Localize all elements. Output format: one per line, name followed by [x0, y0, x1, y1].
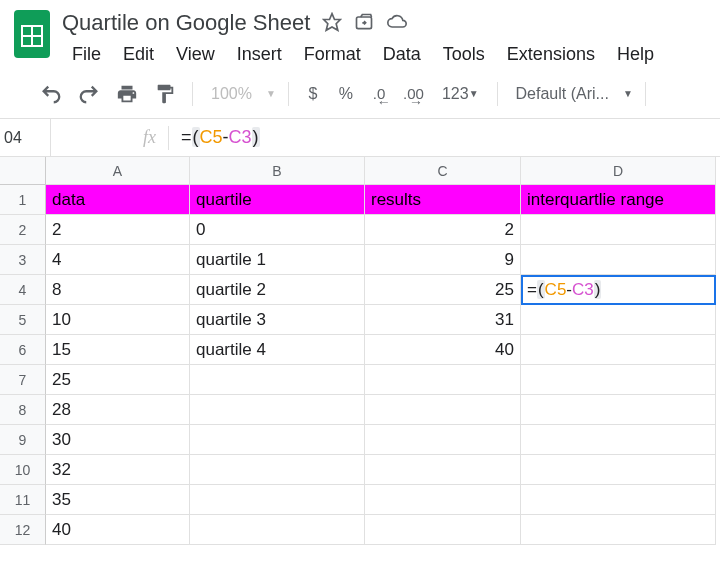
cell-D5[interactable]: [521, 305, 716, 335]
row-header[interactable]: 7: [0, 365, 46, 395]
undo-icon[interactable]: [36, 80, 66, 108]
cell-C10[interactable]: [365, 455, 521, 485]
format-percent[interactable]: %: [333, 80, 359, 108]
cell-C8[interactable]: [365, 395, 521, 425]
move-icon[interactable]: [354, 12, 374, 35]
cell-A10[interactable]: 32: [46, 455, 190, 485]
formula-input[interactable]: =(C5-C3): [181, 127, 260, 148]
cell-A7[interactable]: 25: [46, 365, 190, 395]
decrease-decimal-icon[interactable]: .0←: [367, 80, 391, 108]
row-header[interactable]: 2: [0, 215, 46, 245]
row-header[interactable]: 12: [0, 515, 46, 545]
menu-data[interactable]: Data: [373, 40, 431, 69]
cell-C2[interactable]: 2: [365, 215, 521, 245]
fx-icon: fx: [143, 127, 156, 148]
font-select[interactable]: Default (Ari...: [510, 85, 615, 103]
menu-bar: File Edit View Insert Format Data Tools …: [62, 36, 708, 69]
cell-D12[interactable]: [521, 515, 716, 545]
cell-B1[interactable]: quartile: [190, 185, 365, 215]
menu-extensions[interactable]: Extensions: [497, 40, 605, 69]
cell-C11[interactable]: [365, 485, 521, 515]
cell-B11[interactable]: [190, 485, 365, 515]
cell-C6[interactable]: 40: [365, 335, 521, 365]
cell-A11[interactable]: 35: [46, 485, 190, 515]
row-header[interactable]: 8: [0, 395, 46, 425]
select-all-corner[interactable]: [0, 157, 46, 185]
cell-C5[interactable]: 31: [365, 305, 521, 335]
cell-A5[interactable]: 10: [46, 305, 190, 335]
row-header[interactable]: 5: [0, 305, 46, 335]
cell-C12[interactable]: [365, 515, 521, 545]
cell-B2[interactable]: 0: [190, 215, 365, 245]
print-icon[interactable]: [112, 80, 142, 108]
spreadsheet-grid[interactable]: A B C D 1 data quartile results interqua…: [0, 157, 720, 545]
cell-D2[interactable]: [521, 215, 716, 245]
cell-A3[interactable]: 4: [46, 245, 190, 275]
row-header[interactable]: 6: [0, 335, 46, 365]
cell-D8[interactable]: [521, 395, 716, 425]
more-formats[interactable]: 123 ▼: [436, 80, 485, 108]
cell-B10[interactable]: [190, 455, 365, 485]
cell-A6[interactable]: 15: [46, 335, 190, 365]
menu-file[interactable]: File: [62, 40, 111, 69]
cell-B5[interactable]: quartile 3: [190, 305, 365, 335]
svg-marker-4: [324, 13, 341, 30]
cell-A1[interactable]: data: [46, 185, 190, 215]
cell-C3[interactable]: 9: [365, 245, 521, 275]
cell-D3[interactable]: [521, 245, 716, 275]
cell-C1[interactable]: results: [365, 185, 521, 215]
row-header[interactable]: 3: [0, 245, 46, 275]
row-header[interactable]: 11: [0, 485, 46, 515]
menu-format[interactable]: Format: [294, 40, 371, 69]
cloud-status-icon[interactable]: [386, 12, 408, 35]
menu-help[interactable]: Help: [607, 40, 664, 69]
row-header[interactable]: 9: [0, 425, 46, 455]
sheets-logo[interactable]: [12, 8, 52, 60]
cell-C7[interactable]: [365, 365, 521, 395]
cell-A8[interactable]: 28: [46, 395, 190, 425]
row-header[interactable]: 4: [0, 275, 46, 305]
cell-D6[interactable]: [521, 335, 716, 365]
cell-D11[interactable]: [521, 485, 716, 515]
cell-D10[interactable]: [521, 455, 716, 485]
cell-A2[interactable]: 2: [46, 215, 190, 245]
increase-decimal-icon[interactable]: .00→: [399, 80, 428, 108]
menu-edit[interactable]: Edit: [113, 40, 164, 69]
col-header-A[interactable]: A: [46, 157, 190, 185]
cell-A4[interactable]: 8: [46, 275, 190, 305]
row-header[interactable]: 10: [0, 455, 46, 485]
cell-B7[interactable]: [190, 365, 365, 395]
formula-bar-row: 04 fx =(C5-C3): [0, 119, 720, 157]
redo-icon[interactable]: [74, 80, 104, 108]
col-header-C[interactable]: C: [365, 157, 521, 185]
star-icon[interactable]: [322, 12, 342, 35]
col-header-B[interactable]: B: [190, 157, 365, 185]
paint-format-icon[interactable]: [150, 80, 180, 108]
col-header-D[interactable]: D: [521, 157, 716, 185]
cell-C9[interactable]: [365, 425, 521, 455]
cell-B3[interactable]: quartile 1: [190, 245, 365, 275]
cell-B9[interactable]: [190, 425, 365, 455]
cell-B6[interactable]: quartile 4: [190, 335, 365, 365]
document-title[interactable]: Quartile on Google Sheet: [62, 10, 310, 36]
name-box[interactable]: 04: [0, 129, 50, 147]
toolbar: 100% ▼ $ % .0← .00→ 123 ▼ Default (Ari..…: [0, 69, 720, 119]
format-currency[interactable]: $: [301, 80, 325, 108]
chevron-down-icon[interactable]: ▼: [266, 88, 276, 99]
cell-A9[interactable]: 30: [46, 425, 190, 455]
menu-tools[interactable]: Tools: [433, 40, 495, 69]
cell-B8[interactable]: [190, 395, 365, 425]
menu-insert[interactable]: Insert: [227, 40, 292, 69]
cell-D1[interactable]: interquartlie range: [521, 185, 716, 215]
chevron-down-icon[interactable]: ▼: [623, 88, 633, 99]
menu-view[interactable]: View: [166, 40, 225, 69]
cell-B12[interactable]: [190, 515, 365, 545]
cell-A12[interactable]: 40: [46, 515, 190, 545]
cell-D7[interactable]: [521, 365, 716, 395]
cell-D4-active[interactable]: =(C5-C3): [521, 275, 716, 305]
cell-B4[interactable]: quartile 2: [190, 275, 365, 305]
cell-C4[interactable]: 25: [365, 275, 521, 305]
zoom-select[interactable]: 100%: [205, 85, 258, 103]
cell-D9[interactable]: [521, 425, 716, 455]
row-header[interactable]: 1: [0, 185, 46, 215]
